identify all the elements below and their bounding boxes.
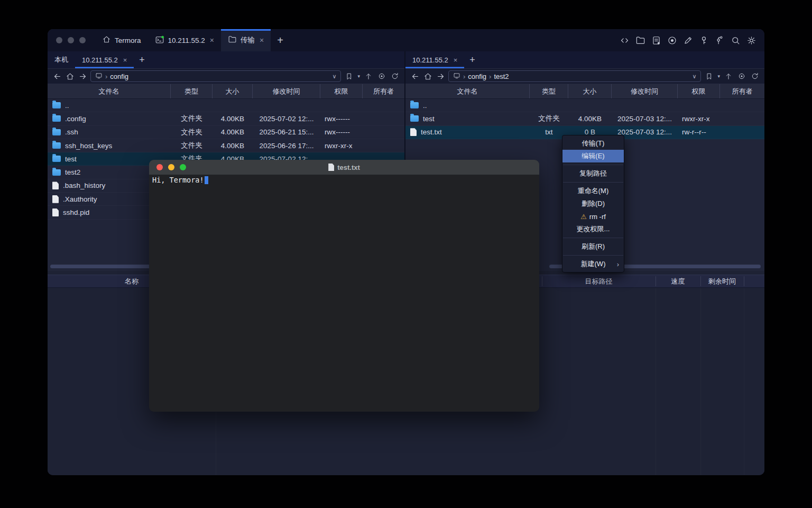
table-row[interactable]: .config 文件夹 4.00KB 2025-07-02 12:... rwx… (48, 112, 404, 125)
pencil-icon[interactable] (682, 34, 694, 46)
folder-icon[interactable] (634, 34, 646, 46)
menu-item-rm-rf[interactable]: ⚠ rm -rf (562, 210, 624, 223)
home-icon[interactable] (65, 71, 75, 81)
col-size[interactable]: 大小 (568, 84, 612, 98)
file-icon (410, 128, 417, 136)
table-row[interactable]: ssh_host_keys 文件夹 4.00KB 2025-06-26 17:.… (48, 139, 404, 152)
close-icon[interactable]: × (210, 36, 214, 44)
tab-home[interactable]: Termora (95, 29, 148, 51)
menu-item-new[interactable]: 新建(W) › (562, 258, 624, 270)
folder-icon (52, 115, 61, 122)
table-row[interactable]: .ssh 文件夹 4.00KB 2025-06-21 15:... rwx---… (48, 126, 404, 139)
col-type[interactable]: 类型 (171, 84, 213, 98)
breadcrumb-config[interactable]: config (110, 72, 128, 80)
right-path-input[interactable]: › config › test2 ∨ (448, 70, 701, 82)
close-icon[interactable]: × (123, 56, 127, 64)
upload-icon[interactable] (723, 71, 733, 81)
file-perm (320, 99, 363, 112)
file-mtime (253, 99, 320, 112)
zoom-window-button[interactable] (180, 164, 186, 170)
upload-icon[interactable] (363, 71, 373, 81)
breadcrumb-config[interactable]: config (468, 72, 486, 80)
left-new-tab-button[interactable]: + (134, 51, 150, 68)
menu-item-transfer[interactable]: 传输(T) (562, 137, 624, 150)
back-icon[interactable] (52, 71, 62, 81)
bookmark-dropdown-icon[interactable]: ▾ (357, 74, 360, 79)
file-size (213, 99, 253, 112)
key-icon[interactable] (698, 34, 709, 46)
menu-separator (563, 238, 623, 238)
code-icon[interactable] (619, 34, 630, 46)
menu-item-edit[interactable]: 编辑(E) (562, 150, 624, 162)
computer-icon (453, 72, 460, 81)
menu-item-copy-path[interactable]: 复制路径 (562, 167, 624, 180)
bookmark-icon[interactable] (344, 71, 354, 81)
chevron-down-icon[interactable]: ∨ (692, 73, 696, 80)
editor-content[interactable]: Hi, Termora! (149, 175, 539, 185)
tab-host[interactable]: 10.211.55.2 × (148, 29, 222, 51)
file-icon (52, 195, 59, 203)
menu-item-change-permissions[interactable]: 更改权限... (562, 223, 624, 235)
chevron-down-icon[interactable]: ∨ (332, 73, 336, 80)
col-perm[interactable]: 权限 (678, 84, 720, 98)
notes-icon[interactable] (650, 34, 662, 46)
right-new-tab-button[interactable]: + (464, 51, 481, 68)
refresh-icon[interactable] (390, 71, 400, 81)
zoom-window-button[interactable] (79, 37, 86, 43)
home-icon[interactable] (423, 71, 432, 81)
col-owner[interactable]: 所有者 (720, 84, 764, 98)
left-path-input[interactable]: › config ∨ (90, 70, 341, 82)
close-window-button[interactable] (56, 37, 62, 43)
forward-icon[interactable] (436, 71, 445, 81)
settings-icon[interactable] (745, 34, 757, 46)
col-target-path[interactable]: 目标路径 (542, 275, 656, 287)
column-divider[interactable] (744, 276, 744, 286)
right-table-header: 文件名 类型 大小 修改时间 权限 所有者 (405, 84, 764, 99)
col-owner[interactable]: 所有者 (363, 84, 404, 98)
file-type (171, 99, 213, 112)
col-speed[interactable]: 速度 (656, 275, 700, 287)
forward-icon[interactable] (78, 71, 87, 81)
col-mtime[interactable]: 修改时间 (612, 84, 678, 98)
new-tab-button[interactable]: + (271, 29, 290, 51)
col-remaining-time[interactable]: 剩余时间 (700, 275, 744, 287)
col-filename[interactable]: 文件名 (48, 84, 171, 98)
minimize-window-button[interactable] (68, 37, 74, 43)
search-icon[interactable] (730, 34, 741, 46)
titlebar: Termora 10.211.55.2 × 传输 × + (48, 29, 764, 51)
table-row[interactable]: .. (405, 99, 764, 112)
tab-home-label: Termora (115, 37, 141, 44)
menu-item-rename[interactable]: 重命名(M) (562, 185, 624, 197)
tab-local[interactable]: 本机 (48, 51, 75, 68)
col-perm[interactable]: 权限 (320, 84, 363, 98)
minimize-window-button[interactable] (168, 164, 174, 170)
table-row[interactable]: test 文件夹 4.00KB 2025-07-03 12:... rwxr-x… (405, 112, 764, 125)
close-window-button[interactable] (156, 164, 163, 170)
col-mtime[interactable]: 修改时间 (253, 84, 320, 98)
menu-item-refresh[interactable]: 刷新(R) (562, 240, 624, 253)
col-filename[interactable]: 文件名 (405, 84, 530, 98)
show-hidden-icon[interactable] (736, 71, 746, 81)
table-row[interactable]: .. (48, 99, 404, 112)
keychain-icon[interactable] (714, 34, 725, 46)
tab-right-host[interactable]: 10.211.55.2 × (405, 51, 464, 68)
close-icon[interactable]: × (260, 36, 264, 44)
record-icon[interactable] (666, 34, 678, 46)
back-icon[interactable] (410, 71, 420, 81)
breadcrumb-test2[interactable]: test2 (494, 72, 509, 80)
bookmark-icon[interactable] (704, 71, 714, 81)
editor-titlebar[interactable]: test.txt (149, 160, 539, 175)
right-file-list: .. test 文件夹 4.00KB 2025-07-03 12:... rwx… (405, 99, 764, 139)
col-type[interactable]: 类型 (530, 84, 568, 98)
tab-left-host[interactable]: 10.211.55.2 × (75, 51, 134, 68)
tab-transfer[interactable]: 传输 × (221, 29, 271, 51)
close-icon[interactable]: × (454, 56, 458, 64)
column-divider (656, 288, 656, 475)
show-hidden-icon[interactable] (376, 71, 386, 81)
col-size[interactable]: 大小 (213, 84, 253, 98)
bookmark-dropdown-icon[interactable]: ▾ (717, 74, 720, 79)
submenu-arrow-icon: › (617, 260, 619, 268)
menu-item-delete[interactable]: 删除(D) (562, 197, 624, 210)
refresh-icon[interactable] (750, 71, 760, 81)
home-icon (102, 35, 111, 46)
